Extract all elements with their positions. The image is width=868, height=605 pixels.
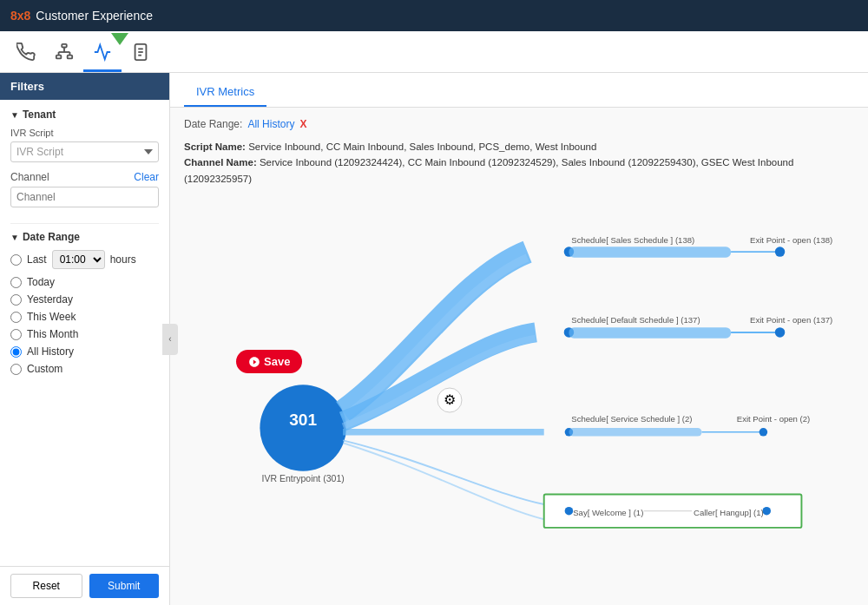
svg-point-35	[565, 507, 574, 516]
settings-icon: ⚙	[436, 386, 464, 414]
svg-rect-2	[68, 55, 73, 58]
this-week-row: This Week	[10, 311, 159, 323]
tenant-label: Tenant	[23, 109, 56, 121]
radio-today[interactable]	[10, 277, 22, 288]
radio-all-history[interactable]	[10, 346, 22, 358]
divider	[10, 223, 159, 224]
svg-point-26	[775, 327, 785, 337]
radio-last[interactable]	[10, 254, 22, 266]
content-body: Date Range: All History X Script Name: S…	[170, 108, 868, 605]
ivr-script-label: IVR Script	[10, 128, 159, 138]
radio-this-week[interactable]	[10, 312, 22, 323]
hours-select[interactable]: 01:00	[52, 250, 105, 269]
date-range-options: Last 01:00 hours Today Yesterday	[10, 250, 159, 375]
tenant-chevron-icon: ▼	[10, 110, 19, 120]
save-label: Save	[264, 355, 290, 368]
all-history-row: All History	[10, 345, 159, 358]
nav-phone[interactable]	[7, 34, 45, 72]
svg-rect-29	[569, 428, 701, 437]
sidebar-footer: Reset Submit	[0, 566, 169, 605]
custom-label: Custom	[27, 363, 62, 375]
tab-ivr-metrics[interactable]: IVR Metrics	[184, 76, 266, 107]
svg-text:Caller[ Hangup] (1): Caller[ Hangup] (1)	[694, 508, 764, 517]
date-range-section[interactable]: ▼ Date Range	[10, 231, 159, 243]
collapse-handle[interactable]: ‹	[162, 324, 178, 355]
channel-clear-link[interactable]: Clear	[134, 171, 159, 183]
content-area: IVR Metrics Date Range: All History X Sc…	[170, 73, 868, 605]
yesterday-label: Yesterday	[27, 293, 73, 306]
script-info: Script Name: Service Inbound, CC Main In…	[184, 139, 854, 187]
today-row: Today	[10, 276, 159, 288]
channel-input[interactable]	[10, 187, 159, 207]
filter-range-label: Date Range:	[184, 118, 242, 130]
filter-range-value: All History	[247, 118, 294, 130]
nav-reports[interactable]	[122, 34, 160, 72]
this-week-label: This Week	[27, 311, 76, 323]
brand-title: Customer Experience	[36, 9, 153, 23]
topbar: 8x8 Customer Experience	[0, 0, 868, 31]
this-month-label: This Month	[27, 328, 78, 340]
hours-suffix: hours	[110, 253, 136, 266]
svg-text:Say[ Welcome ] (1): Say[ Welcome ] (1)	[573, 508, 643, 517]
today-label: Today	[27, 276, 55, 288]
all-history-label: All History	[27, 345, 74, 358]
settings-icon-container[interactable]: ⚙	[436, 386, 464, 417]
svg-text:Schedule[ Service Schedule ] (: Schedule[ Service Schedule ] (2)	[571, 414, 692, 424]
date-range-chevron-icon: ▼	[10, 233, 19, 242]
save-button[interactable]: Save	[236, 350, 302, 373]
svg-text:301: 301	[289, 411, 317, 429]
main-layout: Filters ▼ Tenant IVR Script IVR Script C…	[0, 73, 868, 605]
submit-button[interactable]: Submit	[89, 574, 160, 598]
svg-text:IVR Entrypoint (301): IVR Entrypoint (301)	[262, 473, 345, 483]
tenant-section[interactable]: ▼ Tenant	[10, 109, 159, 121]
svg-point-20	[775, 247, 785, 257]
save-icon	[248, 356, 260, 368]
ivr-script-select[interactable]: IVR Script	[10, 141, 159, 162]
svg-rect-17	[569, 247, 731, 258]
last-hours-row: Last 01:00 hours	[10, 250, 159, 269]
radio-yesterday[interactable]	[10, 294, 22, 306]
svg-point-32	[760, 428, 768, 437]
sidebar-content: ▼ Tenant IVR Script IVR Script Channel C…	[0, 100, 169, 566]
svg-text:Exit Point - open (138): Exit Point - open (138)	[750, 235, 832, 245]
collapse-icon: ‹	[168, 334, 171, 344]
script-name-label: Script Name:	[184, 141, 246, 152]
flow-area: Save ⚙	[184, 195, 854, 602]
svg-text:Schedule[ Default Schedule ] (: Schedule[ Default Schedule ] (137)	[571, 316, 700, 326]
sidebar-header: Filters	[0, 73, 169, 100]
svg-rect-23	[569, 327, 731, 338]
radio-this-month[interactable]	[10, 329, 22, 340]
channel-name-label: Channel Name:	[184, 157, 257, 168]
script-name-line: Script Name: Service Inbound, CC Main In…	[184, 139, 854, 155]
svg-rect-0	[62, 43, 67, 47]
filter-bar: Date Range: All History X	[184, 118, 854, 130]
sidebar: Filters ▼ Tenant IVR Script IVR Script C…	[0, 73, 170, 605]
brand: 8x8 Customer Experience	[10, 9, 153, 23]
channel-name-value: Service Inbound (12092324424), CC Main I…	[184, 157, 793, 183]
flow-diagram: 301 IVR Entrypoint (301)	[184, 195, 854, 602]
svg-point-37	[762, 507, 771, 516]
content-header: IVR Metrics	[170, 73, 868, 108]
svg-text:Exit Point - open (2): Exit Point - open (2)	[737, 414, 811, 424]
yesterday-row: Yesterday	[10, 293, 159, 306]
channel-name-line: Channel Name: Service Inbound (120923244…	[184, 155, 854, 187]
nav-org[interactable]	[45, 34, 83, 72]
filter-clear-button[interactable]: X	[299, 118, 306, 130]
radio-custom[interactable]	[10, 364, 22, 375]
svg-rect-1	[56, 55, 62, 58]
last-label: Last	[27, 253, 47, 266]
custom-row: Custom	[10, 363, 159, 375]
channel-label: Channel	[10, 171, 49, 183]
script-name-value: Service Inbound, CC Main Inbound, Sales …	[248, 141, 596, 152]
date-range-label: Date Range	[23, 231, 80, 243]
svg-text:Exit Point - open (137): Exit Point - open (137)	[750, 316, 832, 326]
svg-text:⚙: ⚙	[444, 392, 456, 407]
brand-logo: 8x8	[10, 9, 30, 23]
svg-text:Schedule[ Sales Schedule ] (13: Schedule[ Sales Schedule ] (138)	[571, 235, 694, 245]
this-month-row: This Month	[10, 328, 159, 340]
channel-row: Channel Clear	[10, 171, 159, 183]
reset-button[interactable]: Reset	[10, 574, 82, 598]
iconbar	[0, 31, 868, 73]
